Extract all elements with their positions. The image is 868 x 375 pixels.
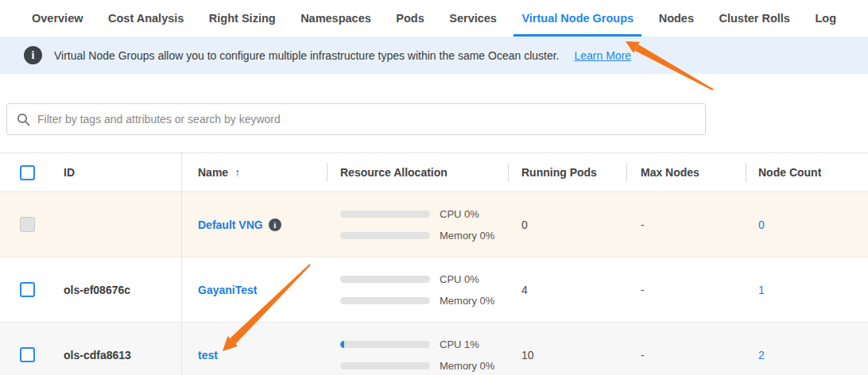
cpu-label: CPU 0%: [440, 273, 494, 285]
search-input[interactable]: [37, 113, 696, 126]
tab-bar: Overview Cost Analysis Right Sizing Name…: [0, 0, 868, 37]
learn-more-link[interactable]: Learn More: [575, 49, 632, 62]
resource-allocation: CPU 0% Memory 0%: [340, 273, 494, 307]
cpu-label: CPU 0%: [440, 208, 494, 220]
column-header-running-pods-label: Running Pods: [521, 166, 597, 179]
memory-label: Memory 0%: [440, 360, 494, 372]
column-header-node-count[interactable]: Node Count: [746, 153, 868, 191]
table-row-test: ols-cdfa8613 test CPU 1% Memory 0% 10 - …: [0, 323, 868, 375]
node-count-link[interactable]: 0: [758, 218, 765, 231]
cpu-bar: [340, 276, 430, 283]
banner-text: Virtual Node Groups allow you to configu…: [54, 49, 560, 62]
memory-label: Memory 0%: [440, 230, 494, 242]
row-checkbox[interactable]: [20, 282, 35, 297]
column-header-id-label: ID: [64, 166, 75, 179]
max-nodes-value: -: [641, 218, 645, 231]
tab-services[interactable]: Services: [441, 0, 505, 37]
table-row-gayanitest: ols-ef08676c GayaniTest CPU 0% Memory 0%…: [0, 257, 868, 323]
tab-cost-analysis[interactable]: Cost Analysis: [100, 0, 192, 37]
column-header-name[interactable]: Name ↑: [181, 153, 327, 191]
vng-name-link[interactable]: test: [198, 349, 218, 361]
cpu-label: CPU 1%: [440, 338, 494, 350]
row-id: ols-cdfa8613: [64, 349, 131, 361]
memory-bar: [340, 297, 430, 304]
memory-bar: [340, 362, 430, 369]
info-banner: i Virtual Node Groups allow you to confi…: [0, 37, 868, 74]
node-count-link[interactable]: 2: [758, 349, 765, 361]
table-header-row: ID Name ↑ Resource Allocation Running Po…: [0, 153, 868, 192]
column-header-max-nodes-label: Max Nodes: [641, 166, 699, 179]
column-header-node-count-label: Node Count: [758, 166, 821, 179]
column-header-name-label: Name: [198, 166, 228, 179]
cpu-bar: [340, 211, 430, 218]
select-all-checkbox[interactable]: [20, 165, 35, 180]
row-checkbox[interactable]: [20, 347, 35, 362]
column-header-running-pods[interactable]: Running Pods: [508, 153, 626, 191]
tab-nodes[interactable]: Nodes: [651, 0, 702, 37]
row-id: ols-ef08676c: [64, 284, 130, 296]
memory-label: Memory 0%: [440, 295, 494, 307]
running-pods-value: 4: [521, 284, 528, 296]
max-nodes-value: -: [641, 349, 645, 361]
column-header-id[interactable]: ID: [49, 153, 181, 191]
row-checkbox[interactable]: [20, 217, 35, 232]
tab-overview[interactable]: Overview: [24, 0, 91, 37]
vng-table: ID Name ↑ Resource Allocation Running Po…: [0, 153, 868, 375]
resource-allocation: CPU 1% Memory 0%: [340, 338, 494, 372]
running-pods-value: 0: [521, 218, 528, 231]
vng-name-link[interactable]: GayaniTest: [198, 284, 257, 296]
table-row-default-vng: Default VNG i CPU 0% Memory 0% 0 - 0: [0, 192, 868, 257]
virtual-node-groups-page: Overview Cost Analysis Right Sizing Name…: [0, 0, 868, 375]
max-nodes-value: -: [641, 284, 645, 296]
info-icon: i: [24, 46, 42, 64]
cpu-bar: [340, 341, 430, 348]
column-header-resource-label: Resource Allocation: [340, 166, 448, 179]
search-box: [6, 103, 706, 135]
tab-virtual-node-groups[interactable]: Virtual Node Groups: [513, 0, 641, 37]
vng-name-link[interactable]: Default VNG: [198, 218, 263, 231]
column-header-resource-allocation[interactable]: Resource Allocation: [327, 153, 508, 191]
resource-allocation: CPU 0% Memory 0%: [340, 208, 494, 242]
tab-pods[interactable]: Pods: [388, 0, 432, 37]
running-pods-value: 10: [521, 349, 534, 361]
tab-log[interactable]: Log: [807, 0, 844, 37]
memory-bar: [340, 232, 430, 239]
sort-asc-icon: ↑: [234, 166, 240, 179]
tab-right-sizing[interactable]: Right Sizing: [201, 0, 284, 37]
info-icon[interactable]: i: [269, 218, 281, 231]
node-count-link[interactable]: 1: [758, 284, 765, 296]
column-header-max-nodes[interactable]: Max Nodes: [626, 153, 746, 191]
tab-namespaces[interactable]: Namespaces: [293, 0, 379, 37]
tab-cluster-rolls[interactable]: Cluster Rolls: [711, 0, 797, 37]
search-icon: [17, 113, 30, 126]
